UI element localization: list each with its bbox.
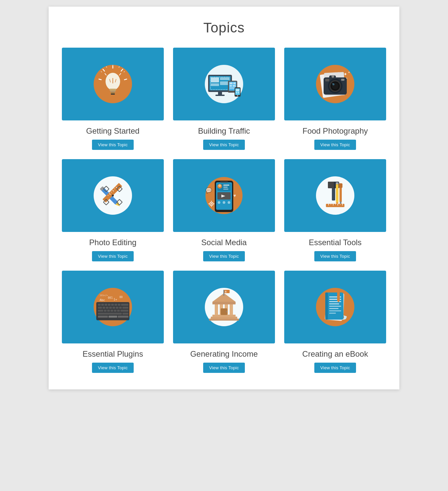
view-topic-button-social-media[interactable]: View this Topic	[203, 251, 245, 261]
svg-rect-141	[114, 310, 116, 312]
svg-rect-174	[325, 292, 328, 320]
topics-grid: Getting Started View this Topic	[62, 48, 386, 373]
topic-title-building-traffic: Building Traffic	[198, 126, 250, 136]
topic-image-essential-plugins: Abc 001 00 </> 1+ 101	[62, 271, 164, 343]
view-topic-button-photo-editing[interactable]: View this Topic	[92, 251, 134, 261]
svg-rect-107	[336, 184, 338, 185]
svg-rect-132	[109, 307, 112, 309]
svg-rect-144	[98, 313, 122, 315]
svg-rect-26	[220, 77, 229, 80]
svg-rect-182	[329, 313, 336, 314]
topic-title-creating-ebook: Creating an eBook	[302, 349, 368, 359]
svg-rect-134	[116, 307, 118, 309]
svg-text:✦: ✦	[343, 71, 347, 77]
topic-title-essential-plugins: Essential Plugins	[83, 349, 143, 359]
svg-rect-25	[211, 83, 219, 86]
view-topic-button-building-traffic[interactable]: View this Topic	[203, 140, 245, 150]
svg-rect-179	[329, 306, 341, 307]
svg-text:✦: ✦	[346, 77, 348, 79]
topic-card-food-photography: ✦ ✦ ✦ Food Photography View this Topic	[284, 48, 386, 150]
svg-text:✦: ✦	[348, 71, 350, 74]
svg-point-89	[218, 201, 220, 204]
svg-rect-106	[336, 182, 338, 184]
topic-card-photo-editing: Photo Editing View this Topic	[62, 159, 164, 261]
topic-card-getting-started: Getting Started View this Topic	[62, 48, 164, 150]
view-topic-button-food-photography[interactable]: View this Topic	[314, 140, 356, 150]
topic-card-essential-tools: Essential Tools View this Topic	[284, 159, 386, 261]
svg-rect-33	[230, 82, 233, 84]
topic-card-essential-plugins: Abc 001 00 </> 1+ 101 Essential Plugins …	[62, 271, 164, 373]
svg-rect-148	[118, 316, 128, 318]
svg-point-53	[333, 83, 334, 84]
svg-rect-35	[230, 85, 232, 87]
svg-text:</>: </>	[104, 294, 108, 297]
svg-rect-137	[98, 310, 103, 312]
view-topic-button-generating-income[interactable]: View this Topic	[203, 363, 245, 373]
svg-rect-143	[120, 310, 128, 312]
svg-rect-123	[105, 304, 107, 306]
topic-image-creating-ebook	[284, 271, 386, 343]
svg-point-93	[211, 203, 212, 204]
topic-image-getting-started	[62, 48, 164, 120]
svg-rect-80	[220, 181, 228, 183]
topic-title-generating-income: Generating Income	[190, 349, 258, 359]
svg-rect-86	[223, 189, 228, 190]
page-container: Topics	[49, 7, 399, 389]
svg-rect-3	[110, 91, 115, 92]
svg-rect-136	[122, 307, 128, 309]
svg-text:Abc: Abc	[100, 298, 105, 302]
svg-rect-85	[223, 187, 228, 188]
svg-point-76	[112, 195, 114, 197]
svg-rect-36	[233, 85, 236, 87]
svg-text:001: 001	[108, 296, 113, 299]
svg-point-90	[223, 201, 225, 204]
svg-rect-2	[110, 89, 116, 91]
svg-rect-138	[104, 310, 107, 312]
svg-rect-56	[341, 79, 344, 81]
topic-image-essential-tools	[284, 159, 386, 232]
topic-image-food-photography: ✦ ✦ ✦	[284, 48, 386, 120]
svg-rect-133	[112, 307, 115, 309]
view-topic-button-essential-tools[interactable]: View this Topic	[314, 251, 356, 261]
svg-rect-183	[337, 292, 340, 301]
svg-rect-125	[111, 304, 114, 306]
topic-card-social-media: ♥ 💬 Social Media View this Topic	[173, 159, 275, 261]
topic-title-essential-tools: Essential Tools	[309, 238, 362, 247]
svg-rect-146	[98, 316, 108, 318]
svg-rect-20	[111, 94, 115, 95]
svg-rect-30	[215, 95, 225, 96]
topic-card-building-traffic: Building Traffic View this Topic	[173, 48, 275, 150]
svg-rect-103	[328, 182, 334, 188]
view-topic-button-getting-started[interactable]: View this Topic	[92, 140, 134, 150]
topic-title-getting-started: Getting Started	[86, 126, 139, 136]
svg-rect-165	[223, 290, 224, 296]
topic-image-building-traffic	[173, 48, 275, 120]
svg-rect-127	[118, 304, 120, 306]
svg-point-169	[226, 311, 227, 312]
svg-rect-142	[117, 310, 120, 312]
page-title: Topics	[62, 20, 386, 36]
svg-rect-4	[111, 92, 115, 94]
svg-point-43	[237, 95, 238, 96]
svg-point-57	[332, 75, 334, 78]
svg-rect-84	[223, 185, 229, 186]
svg-rect-158	[212, 315, 236, 317]
svg-rect-130	[103, 307, 105, 309]
svg-text:00: 00	[119, 296, 123, 299]
svg-rect-131	[106, 307, 109, 309]
svg-rect-27	[220, 81, 229, 85]
svg-rect-109	[339, 183, 342, 188]
svg-rect-34	[233, 82, 236, 84]
svg-rect-181	[329, 310, 341, 311]
svg-rect-129	[98, 307, 102, 309]
svg-rect-41	[236, 92, 237, 93]
svg-rect-124	[108, 304, 111, 306]
svg-rect-55	[325, 79, 329, 81]
svg-rect-178	[329, 303, 339, 304]
view-topic-button-creating-ebook[interactable]: View this Topic	[314, 363, 356, 373]
svg-rect-24	[211, 77, 219, 82]
svg-text:1+: 1+	[113, 298, 117, 301]
topic-image-generating-income: $	[173, 271, 275, 343]
view-topic-button-essential-plugins[interactable]: View this Topic	[92, 363, 134, 373]
svg-text:101: 101	[100, 294, 104, 297]
